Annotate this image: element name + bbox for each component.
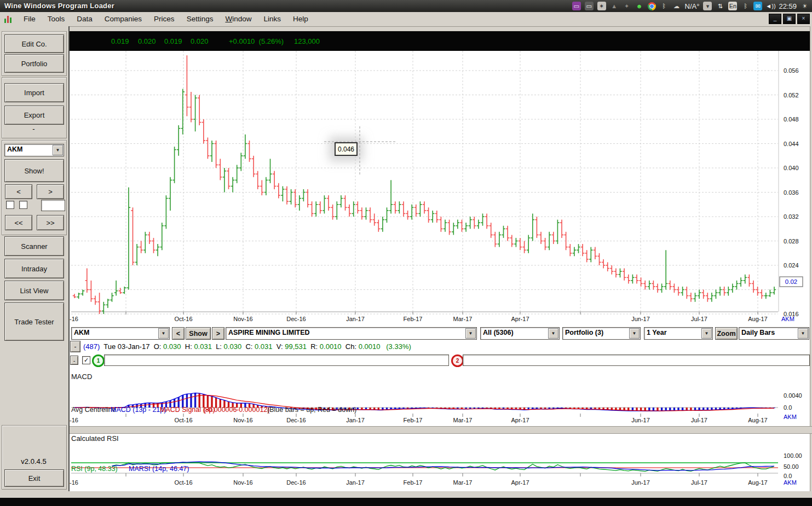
toolbar-show-button[interactable]: Show <box>186 327 211 340</box>
panel-minimize-button[interactable]: - <box>70 341 80 352</box>
svg-text:Jan-17: Jan-17 <box>346 417 365 423</box>
macd-legend-item-1: MACD (13p - 21p) <box>111 406 166 414</box>
last-button[interactable]: >> <box>37 215 64 230</box>
sidebar-button-scanner[interactable]: Scanner <box>4 236 64 256</box>
sidebar-button-editco[interactable]: Edit Co. <box>4 34 64 53</box>
weather-icon[interactable]: ☁ <box>672 2 681 10</box>
svg-text:100.00: 100.00 <box>784 452 802 459</box>
status-value: 0.0010 (3.33%) <box>359 342 415 351</box>
status-label: C: <box>245 342 255 351</box>
main-price-chart[interactable]: 0.0560.0520.0480.0440.0400.0360.0320.028… <box>70 51 812 323</box>
svg-text:0.0: 0.0 <box>784 404 792 411</box>
chevron-down-icon[interactable]: ▼ <box>53 145 63 155</box>
dark-logo2-icon[interactable]: ✦ <box>623 2 631 10</box>
toolbar-symbol-combo[interactable]: AKM ▼ <box>71 327 170 340</box>
menu-item-links[interactable]: Links <box>257 12 287 26</box>
clock[interactable]: 22:59 <box>779 2 797 10</box>
company-combo[interactable]: ASPIRE MINING LIMITED ▼ <box>226 327 477 340</box>
chevron-down-icon[interactable]: ▼ <box>798 328 808 339</box>
svg-text:0.052: 0.052 <box>784 92 799 98</box>
formula-checkbox[interactable]: ✓ <box>82 356 90 364</box>
macd-legend-item-3: (-0.000006 <box>204 406 237 414</box>
sidebar-button-list-view[interactable]: List View <box>4 281 64 300</box>
close-button[interactable]: × <box>797 14 810 24</box>
chevron-down-icon[interactable]: ▼ <box>158 328 169 339</box>
svg-text:-16: -16 <box>70 316 78 322</box>
prev-button[interactable]: < <box>5 184 32 199</box>
macd-chart[interactable]: -16Oct-16Nov-16Dec-16Jan-17Feb-17Mar-17A… <box>70 382 812 426</box>
bar-type-value: Daily Bars <box>741 329 775 336</box>
period-combo[interactable]: 1 Year ▼ <box>644 327 713 340</box>
quote-value-0: 0.019 <box>111 37 129 45</box>
chrome-icon[interactable] <box>648 2 656 10</box>
option-checkbox-1[interactable] <box>6 201 14 209</box>
svg-text:0.024: 0.024 <box>784 262 799 269</box>
network-arrows-icon[interactable]: ⇅ <box>716 2 724 10</box>
display-icon[interactable]: ▭ <box>572 2 581 10</box>
system-tray: ▭▭✶▲✦☻ᛒ☁N/A°▾⇅Enᛒ✉◄))22:59☀ <box>572 0 809 12</box>
menu-item-help[interactable]: Help <box>287 12 314 26</box>
android-alien-icon[interactable]: ☻ <box>635 2 644 10</box>
bluetooth-icon[interactable]: ᛒ <box>660 2 669 10</box>
volume-icon[interactable]: ◄)) <box>766 2 775 10</box>
settings-gear-icon[interactable]: ☀ <box>801 2 809 10</box>
zoom-button[interactable]: Zoom <box>715 327 738 340</box>
svg-text:Aug-17: Aug-17 <box>748 417 767 423</box>
universe-combo[interactable]: All (5306) ▼ <box>480 327 560 340</box>
jump-input[interactable] <box>41 200 65 211</box>
restore-button[interactable]: ▣ <box>783 14 796 24</box>
menu-item-settings[interactable]: Settings <box>181 12 220 26</box>
chevron-down-icon[interactable]: ▼ <box>629 328 640 339</box>
status-value: 0.030 <box>163 342 185 351</box>
svg-text:Jul-17: Jul-17 <box>691 316 707 322</box>
keyboard-layout-badge[interactable]: En <box>728 2 737 10</box>
status-label: Ch: <box>345 342 359 351</box>
menu-item-tools[interactable]: Tools <box>42 12 71 26</box>
menu-item-data[interactable]: Data <box>71 12 99 26</box>
sidebar-button-export[interactable]: Export <box>4 106 64 125</box>
svg-text:Jun-17: Jun-17 <box>631 316 650 322</box>
svg-text:Aug-17: Aug-17 <box>748 479 767 486</box>
menu-item-file[interactable]: File <box>18 12 42 26</box>
option-checkbox-2[interactable] <box>19 201 27 209</box>
svg-text:Feb-17: Feb-17 <box>404 417 423 423</box>
sidebar-button-import[interactable]: Import <box>4 83 64 102</box>
toolbar-next-button[interactable]: > <box>212 327 224 340</box>
svg-text:AKM: AKM <box>784 414 797 420</box>
menu-item-prices[interactable]: Prices <box>148 12 181 26</box>
portfolio-combo[interactable]: Portfolio (3) ▼ <box>562 327 641 340</box>
menu-item-companies[interactable]: Companies <box>99 12 148 26</box>
svg-text:Mar-17: Mar-17 <box>453 316 473 322</box>
sidebar-symbol-combo[interactable]: AKM ▼ <box>4 144 64 156</box>
menu-item-window[interactable]: Window <box>219 12 257 26</box>
formula-input-2[interactable] <box>463 354 810 366</box>
sidebar-button-portfolio[interactable]: Portfolio <box>4 54 64 73</box>
chevron-down-icon[interactable]: ▼ <box>465 328 476 339</box>
exit-button[interactable]: Exit <box>4 469 64 487</box>
formula-input-1[interactable] <box>104 354 449 366</box>
svg-text:Jan-17: Jan-17 <box>346 479 365 486</box>
svg-text:0.040: 0.040 <box>784 165 799 171</box>
sidebar-button-trade-tester[interactable]: Trade Tester <box>4 303 64 341</box>
first-button[interactable]: << <box>5 215 32 230</box>
formula-minimize-button[interactable]: - <box>70 356 78 365</box>
svg-text:Oct-16: Oct-16 <box>174 479 192 486</box>
minimize-button[interactable]: _ <box>769 14 781 24</box>
bar-type-combo[interactable]: Daily Bars ▼ <box>739 327 809 340</box>
antivirus-bug-icon[interactable]: ✶ <box>597 2 606 10</box>
rsi-legend-item-1: MARSI (14p, 46.47) <box>129 465 189 473</box>
toolbar-prev-button[interactable]: < <box>172 327 185 340</box>
weather-temp[interactable]: N/A° <box>685 2 700 10</box>
screenshot-icon[interactable]: ▭ <box>585 2 594 10</box>
bluetooth2-icon[interactable]: ᛒ <box>741 2 750 10</box>
tray-expander[interactable]: ▾ <box>703 2 712 10</box>
dark-logo-icon[interactable]: ▲ <box>610 2 619 10</box>
sidebar-button-intraday[interactable]: Intraday <box>4 259 64 278</box>
mail-icon[interactable]: ✉ <box>753 2 762 10</box>
chevron-down-icon[interactable]: ▼ <box>548 328 558 339</box>
show-button[interactable]: Show! <box>4 159 64 182</box>
dash-label: - <box>2 125 66 133</box>
svg-text:0.048: 0.048 <box>784 116 799 123</box>
chevron-down-icon[interactable]: ▼ <box>701 328 712 339</box>
next-button[interactable]: > <box>37 184 64 199</box>
